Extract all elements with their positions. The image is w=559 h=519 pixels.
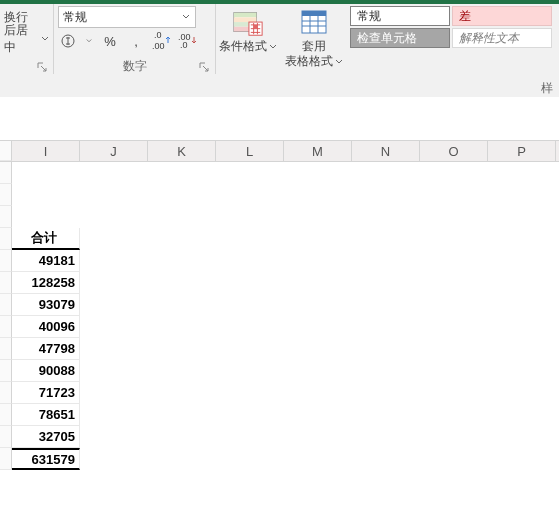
col-head-L[interactable]: L <box>216 141 284 161</box>
conditional-formatting-button[interactable]: 条件格式 <box>218 6 278 74</box>
cell-value[interactable]: 90088 <box>12 360 80 382</box>
cell-value[interactable]: 128258 <box>12 272 80 294</box>
merge-dropdown-icon[interactable] <box>40 34 49 44</box>
cells-area[interactable]: 合计 49181 128258 93079 40096 47798 90088 … <box>0 162 559 470</box>
cell-value[interactable]: 40096 <box>12 316 80 338</box>
styles-group-label: 样 <box>541 80 553 97</box>
alignment-dialog-launcher-icon[interactable] <box>35 60 49 74</box>
svg-rect-9 <box>302 11 326 16</box>
cell-styles-gallery: 常规 差 检查单元格 解释性文本 <box>346 4 559 74</box>
style-explanatory[interactable]: 解释性文本 <box>452 28 552 48</box>
format-as-table-icon <box>298 8 330 38</box>
col-head-K[interactable]: K <box>148 141 216 161</box>
col-head-I[interactable]: I <box>12 141 80 161</box>
accounting-dropdown-icon[interactable] <box>84 36 94 46</box>
group-alignment: 换行 后居中 <box>0 4 54 74</box>
col-head-J[interactable]: J <box>80 141 148 161</box>
header-stub <box>0 141 12 161</box>
increase-decimal-button[interactable]: .0 .00 <box>152 31 172 51</box>
svg-rect-2 <box>234 13 257 18</box>
group-number: 常规 % , .0 <box>54 4 216 74</box>
ribbon: 换行 后居中 常规 <box>0 0 559 97</box>
table-fmt-label-1: 套用 <box>302 40 326 53</box>
group-styles-buttons: 条件格式 套用 表格格式 <box>216 4 346 74</box>
format-as-table-button[interactable]: 套用 表格格式 <box>284 6 344 74</box>
svg-rect-3 <box>234 17 257 22</box>
col-head-P[interactable]: P <box>488 141 556 161</box>
style-check-cell[interactable]: 检查单元格 <box>350 28 450 48</box>
cell-total[interactable]: 631579 <box>12 448 80 470</box>
col-head-M[interactable]: M <box>284 141 352 161</box>
percent-button[interactable]: % <box>100 31 120 51</box>
cond-fmt-label: 条件格式 <box>219 40 267 53</box>
chevron-down-icon <box>335 58 343 66</box>
worksheet[interactable]: I J K L M N O P 合计 49181 128258 93079 40… <box>0 140 559 519</box>
cell-value[interactable]: 32705 <box>12 426 80 448</box>
style-normal[interactable]: 常规 <box>350 6 450 26</box>
number-format-combo[interactable]: 常规 <box>58 6 196 28</box>
svg-rect-7 <box>254 25 258 29</box>
col-head-O[interactable]: O <box>420 141 488 161</box>
number-format-value: 常规 <box>63 9 87 26</box>
chevron-down-icon <box>181 12 191 22</box>
decrease-decimal-button[interactable]: .00 .0 <box>178 31 198 51</box>
table-fmt-label-2: 表格格式 <box>285 55 333 68</box>
cell-value[interactable]: 93079 <box>12 294 80 316</box>
comma-button[interactable]: , <box>126 31 146 51</box>
conditional-formatting-icon <box>232 8 264 38</box>
column-headers: I J K L M N O P <box>0 140 559 162</box>
chevron-down-icon <box>269 43 277 51</box>
cell-value[interactable]: 78651 <box>12 404 80 426</box>
accounting-format-button[interactable] <box>58 31 78 51</box>
merge-center-button[interactable]: 后居中 <box>4 22 36 56</box>
cell-header-total[interactable]: 合计 <box>12 228 80 250</box>
cell-value[interactable]: 71723 <box>12 382 80 404</box>
cell-value[interactable]: 49181 <box>12 250 80 272</box>
cell-value[interactable]: 47798 <box>12 338 80 360</box>
col-head-N[interactable]: N <box>352 141 420 161</box>
style-bad[interactable]: 差 <box>452 6 552 26</box>
number-dialog-launcher-icon[interactable] <box>197 60 211 74</box>
number-group-label: 数字 <box>123 58 147 75</box>
